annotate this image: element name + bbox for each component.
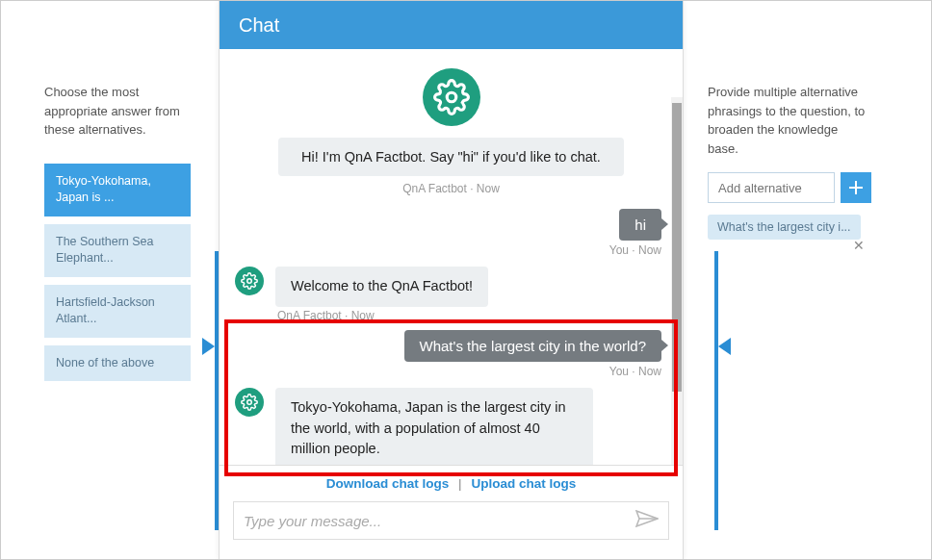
bot-answer-bubble: Tokyo-Yokohama, Japan is the largest cit…	[275, 388, 593, 465]
bot-welcome-row: Welcome to the QnA Factbot!	[235, 267, 667, 307]
user-message-row: hi	[235, 209, 667, 241]
upload-logs-link[interactable]: Upload chat logs	[471, 476, 576, 491]
alternative-option-1[interactable]: Tokyo-Yokohama, Japan is ...	[44, 164, 191, 216]
intro-bubble: Hi! I'm QnA Factbot. Say "hi" if you'd l…	[278, 138, 624, 176]
right-arrow-icon	[718, 338, 731, 355]
gear-icon	[241, 272, 258, 290]
chat-body: Hi! I'm QnA Factbot. Say "hi" if you'd l…	[220, 49, 683, 465]
user-question-bubble: What's the largest city in the world?	[404, 330, 661, 362]
chat-header: Chat	[220, 1, 683, 49]
svg-point-0	[447, 92, 456, 102]
chat-title: Chat	[239, 14, 279, 37]
left-panel: Choose the most appropriate answer from …	[1, 1, 219, 559]
logs-row: Download chat logs | Upload chat logs	[220, 466, 683, 501]
add-alternative-button[interactable]	[841, 172, 871, 203]
chat-panel: Chat Hi! I'm QnA Factbot. Say "hi" if yo…	[219, 1, 684, 559]
message-input[interactable]	[244, 513, 635, 529]
intro-meta: QnA Factbot · Now	[235, 182, 667, 195]
plus-icon	[848, 180, 864, 195]
user-question-row: What's the largest city in the world?	[235, 330, 667, 362]
welcome-meta: QnA Factbot · Now	[277, 309, 667, 322]
question-meta: You · Now	[235, 365, 661, 378]
add-alternative-row	[708, 172, 871, 203]
message-input-row	[233, 501, 669, 540]
phrasing-chip-label: What's the largest city i...	[717, 220, 851, 234]
bot-avatar-small	[235, 267, 264, 295]
phrasing-chip[interactable]: What's the largest city i... ✕	[708, 215, 861, 240]
download-logs-link[interactable]: Download chat logs	[326, 476, 450, 491]
logs-separator: |	[458, 476, 462, 491]
gear-icon	[433, 79, 470, 115]
left-instruction: Choose the most appropriate answer from …	[44, 83, 194, 140]
right-divider	[714, 251, 718, 530]
scrollbar-thumb[interactable]	[672, 103, 682, 392]
svg-point-2	[247, 400, 252, 405]
bot-avatar-large	[423, 68, 480, 126]
gear-icon	[241, 394, 258, 411]
bot-welcome-bubble: Welcome to the QnA Factbot!	[275, 267, 488, 307]
alternative-option-3[interactable]: Hartsfield-Jackson Atlant...	[44, 285, 191, 338]
chat-footer: Download chat logs | Upload chat logs	[220, 465, 683, 555]
alternative-option-4[interactable]: None of the above	[44, 345, 191, 382]
user-message-hi: hi	[619, 209, 661, 241]
alternative-option-2[interactable]: The Southern Sea Elephant...	[44, 224, 191, 277]
chip-remove-icon[interactable]: ✕	[853, 238, 865, 253]
bot-answer-row: Tokyo-Yokohama, Japan is the largest cit…	[235, 388, 667, 465]
left-arrow-icon	[202, 338, 215, 355]
user-hi-meta: You · Now	[235, 243, 661, 257]
add-alternative-input[interactable]	[708, 172, 835, 203]
send-icon[interactable]	[635, 510, 659, 531]
right-instruction: Provide multiple alternative phrasings t…	[708, 83, 871, 158]
bot-avatar-small	[235, 388, 264, 417]
svg-point-1	[247, 279, 252, 284]
